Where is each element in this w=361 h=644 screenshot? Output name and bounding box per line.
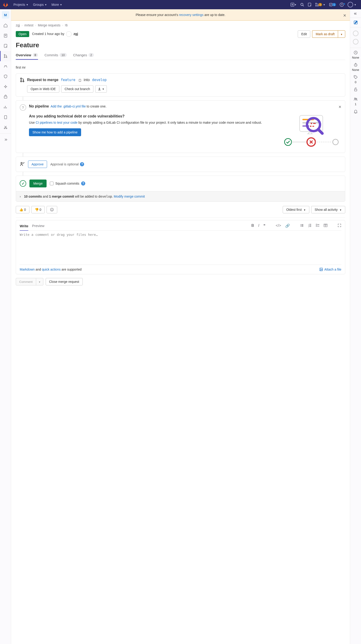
add-reaction-button[interactable] bbox=[46, 206, 57, 213]
left-sidebar: M bbox=[0, 9, 11, 644]
close-icon[interactable]: × bbox=[343, 12, 346, 18]
comment-button[interactable]: Comment bbox=[16, 278, 36, 286]
svg-point-37 bbox=[284, 138, 292, 146]
sort-dropdown[interactable]: Oldest first ▼ bbox=[283, 206, 309, 213]
attach-file-button[interactable]: Attach a file bbox=[319, 268, 341, 271]
sidebar-item-cicd[interactable] bbox=[0, 61, 11, 71]
sidebar-labels[interactable]: 0 bbox=[350, 74, 361, 87]
close-icon[interactable]: × bbox=[338, 104, 341, 110]
expand-icon[interactable]: › bbox=[20, 194, 21, 198]
sidebar-collapse[interactable] bbox=[0, 134, 11, 145]
help-icon[interactable]: ? bbox=[81, 182, 85, 186]
ci-pipelines-link[interactable]: CI pipelines to test your code bbox=[36, 121, 78, 124]
recovery-settings-link[interactable]: recovery settings bbox=[179, 13, 204, 17]
search-icon[interactable] bbox=[298, 3, 306, 6]
sidebar-expand[interactable] bbox=[350, 12, 361, 16]
bullet-list-icon[interactable] bbox=[300, 224, 304, 228]
gitlab-logo-icon[interactable] bbox=[3, 2, 8, 8]
sidebar-milestone[interactable]: None bbox=[350, 50, 361, 62]
comment-menu[interactable]: ▼ bbox=[36, 278, 43, 286]
sidebar-item-security[interactable] bbox=[0, 71, 11, 82]
open-web-ide-button[interactable]: Open in Web IDE bbox=[27, 85, 59, 93]
svg-point-14 bbox=[4, 57, 5, 58]
merge-button[interactable]: Merge bbox=[30, 180, 46, 188]
add-ci-link[interactable]: Add the .gitlab-ci.yml file bbox=[50, 104, 86, 108]
new-menu[interactable]: ▼ bbox=[289, 3, 298, 6]
help-icon[interactable]: ? bbox=[338, 2, 346, 7]
task-list-icon[interactable] bbox=[316, 224, 320, 228]
sidebar-item-wiki[interactable] bbox=[0, 112, 11, 122]
thumbs-down-button[interactable]: 👎 0 bbox=[31, 206, 45, 213]
tab-overview[interactable]: Overview0 bbox=[16, 53, 38, 60]
svg-point-50 bbox=[300, 226, 301, 227]
mr-tabs: Overview0 Commits10 Changes2 bbox=[16, 53, 345, 60]
comment-textarea[interactable] bbox=[20, 233, 341, 260]
sidebar-item-snippets[interactable] bbox=[0, 122, 11, 132]
modify-merge-commit-link[interactable]: Modify merge commit bbox=[114, 194, 145, 198]
merge-request-icon bbox=[20, 77, 25, 82]
quick-actions-link[interactable]: quick actions bbox=[42, 268, 61, 271]
table-icon[interactable] bbox=[324, 224, 328, 228]
alert-text: Please ensure your account's recovery se… bbox=[136, 13, 225, 17]
svg-rect-61 bbox=[318, 226, 319, 226]
sidebar-notifications[interactable] bbox=[350, 109, 361, 114]
sidebar-todo[interactable] bbox=[350, 20, 361, 25]
nav-projects[interactable]: Projects ▼ bbox=[11, 3, 30, 6]
author-link[interactable]: zgj bbox=[74, 32, 78, 36]
user-menu[interactable]: ▼ bbox=[346, 2, 358, 8]
sidebar-item-home[interactable] bbox=[0, 20, 11, 30]
bold-icon[interactable]: B bbox=[252, 224, 254, 228]
tab-commits[interactable]: Commits10 bbox=[44, 53, 67, 60]
close-mr-button[interactable]: Close merge request bbox=[46, 278, 83, 286]
sidebar-reviewer[interactable] bbox=[350, 38, 361, 46]
todos-icon[interactable]: 1 bbox=[327, 3, 338, 6]
markdown-link[interactable]: Markdown bbox=[20, 268, 35, 271]
tab-preview[interactable]: Preview bbox=[32, 224, 44, 228]
squash-checkbox[interactable]: Squash commits ? bbox=[50, 182, 85, 186]
sidebar-lock[interactable] bbox=[350, 87, 361, 92]
sidebar-item-repository[interactable] bbox=[0, 30, 11, 41]
nav-groups[interactable]: Groups ▼ bbox=[30, 3, 49, 6]
mark-draft-menu[interactable]: ▼ bbox=[338, 30, 345, 38]
chevron-down-icon: ▼ bbox=[354, 4, 356, 6]
quote-icon[interactable]: ❞ bbox=[264, 224, 266, 228]
checkbox[interactable] bbox=[50, 182, 54, 185]
pipeline-illustration bbox=[281, 114, 341, 149]
sidebar-assignee[interactable] bbox=[350, 29, 361, 38]
sidebar-time-tracking[interactable]: None bbox=[350, 62, 361, 74]
numbered-list-icon[interactable]: 123 bbox=[308, 224, 312, 228]
code-icon[interactable]: </> bbox=[276, 224, 281, 228]
approve-button[interactable]: Approve bbox=[28, 160, 47, 168]
edit-button[interactable]: Edit bbox=[298, 30, 310, 38]
issues-icon[interactable] bbox=[306, 3, 313, 6]
breadcrumb-item[interactable]: Merge requests bbox=[38, 24, 60, 27]
copy-icon[interactable] bbox=[78, 78, 81, 82]
sidebar-item-analytics[interactable] bbox=[0, 102, 11, 112]
thumbs-up-button[interactable]: 👍 0 bbox=[16, 206, 30, 213]
sidebar-item-packages[interactable] bbox=[0, 92, 11, 102]
mark-draft-button[interactable]: Mark as draft bbox=[312, 30, 338, 38]
checkout-branch-button[interactable]: Check out branch bbox=[61, 85, 94, 93]
breadcrumb-item[interactable]: zgj bbox=[16, 24, 20, 27]
activity-filter-dropdown[interactable]: Show all activity ▼ bbox=[311, 206, 345, 213]
link-icon[interactable]: 🔗 bbox=[285, 224, 290, 228]
italic-icon[interactable]: I bbox=[258, 224, 259, 228]
tab-write[interactable]: Write bbox=[20, 224, 28, 230]
tab-changes[interactable]: Changes2 bbox=[73, 53, 94, 60]
target-branch[interactable]: develop bbox=[92, 78, 106, 82]
project-avatar[interactable]: M bbox=[2, 11, 9, 18]
fullscreen-icon[interactable] bbox=[338, 224, 341, 228]
topbar: Projects ▼ Groups ▼ More ▼ ▼ 2 ▼ 1 ? ▼ bbox=[0, 0, 361, 9]
help-icon[interactable]: ? bbox=[80, 162, 84, 166]
avatar bbox=[348, 2, 353, 8]
sidebar-participants[interactable]: 1 bbox=[350, 96, 361, 109]
download-menu[interactable]: ▼ bbox=[95, 85, 107, 93]
sidebar-item-merge-requests[interactable] bbox=[0, 51, 11, 61]
nav-more[interactable]: More ▼ bbox=[49, 3, 64, 6]
sidebar-item-issues[interactable] bbox=[0, 41, 11, 51]
source-branch[interactable]: feature bbox=[61, 78, 75, 82]
sidebar-item-deployments[interactable] bbox=[0, 82, 11, 92]
breadcrumb-item[interactable]: mrtest bbox=[24, 24, 33, 27]
merge-requests-icon[interactable]: 2 ▼ bbox=[313, 3, 327, 6]
add-pipeline-button[interactable]: Show me how to add a pipeline bbox=[29, 128, 81, 136]
